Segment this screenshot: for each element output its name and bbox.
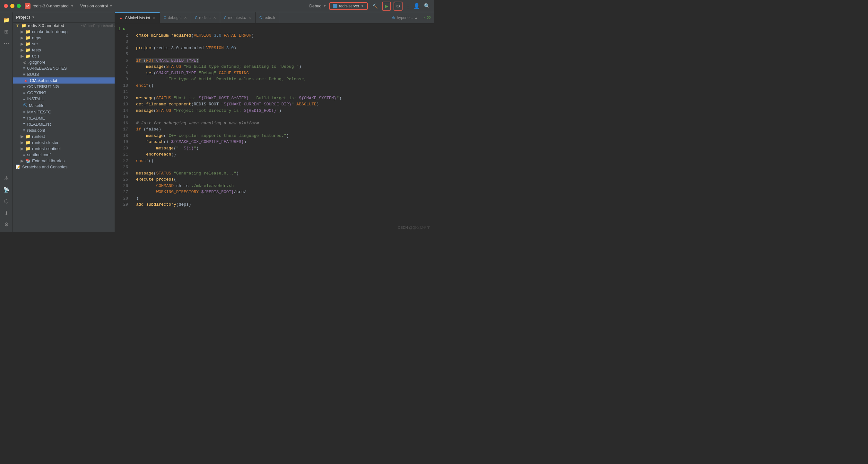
tree-item-cmakelists[interactable]: 🔺 CMakeLists.txt	[13, 78, 115, 84]
line-number-8: 8	[115, 70, 128, 77]
tree-item-redis-conf[interactable]: ≡ redis.conf	[13, 127, 115, 133]
project-selector[interactable]: R redis-3.0-annotated ▼	[25, 3, 74, 9]
icon-sidebar: 📁 ⊞ ⋯ ⚠ 📡 ⬡ ℹ ⚙	[0, 12, 13, 232]
tree-item-runtest-cluster[interactable]: ▶ 📁 runtest-cluster	[13, 140, 115, 146]
tree-item-external-libraries[interactable]: ▶ 📚 External Libraries	[13, 158, 115, 164]
tree-item-copying[interactable]: ≡ COPYING	[13, 90, 115, 96]
tree-item-scratches[interactable]: 📝 Scratches and Consoles	[13, 164, 115, 170]
folder-icon: 📁	[25, 146, 31, 151]
folder-label: External Libraries	[32, 158, 115, 163]
tab-close-icon[interactable]: ✕	[213, 16, 216, 20]
code-line-3: project(redis-3.0-annotated VERSION 3.0)	[136, 46, 236, 51]
line-number-12: 12	[115, 95, 128, 102]
code-line-25: COMMAND sh -c ./mkreleasehdr.sh	[136, 183, 234, 188]
line-number-10: 10	[115, 83, 128, 89]
run-play-button[interactable]: ▶	[382, 2, 391, 10]
tree-item-gitignore[interactable]: ⊘ .gitignore	[13, 59, 115, 65]
code-line-27: )	[136, 196, 139, 201]
sidebar-bottom-icons: ⚠ 📡 ⬡ ℹ ⚙	[1, 173, 11, 232]
maximize-button[interactable]	[17, 4, 21, 8]
tree-item-bugs[interactable]: ≡ BUGS	[13, 71, 115, 78]
tree-item-utils[interactable]: ▶ 📁 utils	[13, 53, 115, 59]
tree-item-src[interactable]: ▶ 📁 src	[13, 41, 115, 47]
sidebar-icon-info[interactable]: ℹ	[1, 208, 11, 218]
tree-item-runtest-sentinel[interactable]: ▶ 📁 runtest-sentinel	[13, 146, 115, 152]
sidebar-icon-broadcast[interactable]: 📡	[1, 184, 11, 195]
folder-icon: 📁	[25, 140, 31, 145]
code-line-7: set(CMAKE_BUILD_TYPE "Debug" CACHE STRIN…	[136, 71, 249, 76]
line-number-11: 11	[115, 89, 128, 95]
tab-debug-c[interactable]: C debug.c ✕	[160, 12, 191, 24]
file-label: COPYING	[27, 90, 115, 95]
tree-item-manifesto[interactable]: ≡ MANIFESTO	[13, 109, 115, 115]
check-badge: ✓ 22	[423, 16, 431, 20]
file-label: README.rst	[27, 122, 115, 126]
line-number-7: 7	[115, 64, 128, 70]
search-icon[interactable]: 🔍	[424, 3, 430, 9]
code-content[interactable]: cmake_minimum_required(VERSION 3.0 FATAL…	[131, 24, 434, 232]
sidebar-icon-project[interactable]: 📁	[1, 15, 11, 25]
code-editor: 1 ▶ 2 3 4 5 6 7 8 9 10 11 12 13 14 15 16…	[115, 24, 434, 232]
file-label: MANIFESTO	[27, 110, 115, 114]
textfile-icon: ≡	[23, 66, 26, 71]
folder-label: runtest-sentinel	[32, 146, 115, 151]
tab-cmakelists[interactable]: 🔺 CMakeLists.txt ✕	[115, 12, 160, 24]
file-label: redis.conf	[27, 128, 115, 133]
hyperlook-panel[interactable]: ⊕ hyperlo... ▲	[388, 16, 422, 20]
version-control-label: Version control	[80, 3, 108, 8]
tab-close-icon[interactable]: ✕	[153, 16, 156, 20]
project-tree-chevron-icon: ▼	[32, 16, 35, 19]
line-number-28: 28	[115, 195, 128, 202]
tab-close-icon[interactable]: ✕	[248, 16, 251, 20]
folder-icon: 📁	[25, 48, 31, 52]
tab-close-icon[interactable]: ✕	[184, 16, 187, 20]
tree-item-cmake-build-debug[interactable]: ▶ 📁 cmake-build-debug	[13, 29, 115, 35]
tab-redis-h[interactable]: C redis.h	[255, 12, 279, 24]
line-number-25: 25	[115, 176, 128, 183]
watermark: CSDN @怎么就走了	[398, 225, 430, 230]
debug-selector[interactable]: Debug ▼	[309, 3, 327, 8]
tree-item-install[interactable]: ≡ INSTALL	[13, 96, 115, 102]
tree-item-tests[interactable]: ▶ 📁 tests	[13, 47, 115, 53]
sidebar-icon-commit[interactable]: ⬡	[1, 196, 11, 206]
tree-root-item[interactable]: ▼ 📁 redis-3.0-annotated ~/CLionProjects/…	[13, 23, 115, 29]
tree-item-contributing[interactable]: ≡ CONTRIBUTING	[13, 84, 115, 90]
tab-memtest-c[interactable]: C memtest.c ✕	[220, 12, 255, 24]
tree-item-releasenotes[interactable]: ≡ 00-RELEASENOTES	[13, 65, 115, 71]
line-number-26: 26	[115, 183, 128, 189]
folder-icon: 📁	[25, 29, 31, 34]
tree-item-readme-rst[interactable]: ≡ README.rst	[13, 121, 115, 127]
file-label: 00-RELEASENOTES	[27, 66, 115, 71]
user-icon[interactable]: 👤	[413, 3, 420, 9]
file-tree: Project ▼ ▼ 📁 redis-3.0-annotated ~/CLio…	[13, 12, 115, 232]
line-number-18: 18	[115, 133, 128, 139]
tab-redis-c[interactable]: C redis.c ✕	[191, 12, 220, 24]
run-config-button[interactable]: redis-server ▼	[329, 2, 368, 10]
more-options-icon[interactable]: ⋮	[405, 3, 411, 10]
toolbar-hammer-icon[interactable]: 🔨	[370, 2, 379, 10]
tree-item-sentinel-conf[interactable]: ≡ sentinel.conf	[13, 152, 115, 158]
main-layout: 📁 ⊞ ⋯ ⚠ 📡 ⬡ ℹ ⚙ Project ▼ ▼ 📁 redis-3.0-…	[0, 12, 434, 232]
code-line-28: add_subdirectory(deps)	[136, 202, 191, 207]
config-file-icon: ≡	[23, 128, 26, 133]
sidebar-icon-more[interactable]: ⋯	[1, 38, 11, 48]
run-config-chevron-icon: ▼	[361, 4, 364, 8]
code-line-5: if (NOT CMAKE_BUILD_TYPE)	[136, 58, 199, 63]
tree-item-deps[interactable]: ▶ 📁 deps	[13, 35, 115, 41]
line-number-23: 23	[115, 164, 128, 170]
run-debug-button[interactable]: ⚙	[394, 2, 403, 10]
tree-item-runtest[interactable]: ▶ 📁 runtest	[13, 133, 115, 140]
tree-item-readme[interactable]: ≡ README	[13, 115, 115, 121]
sidebar-icon-warning[interactable]: ⚠	[1, 173, 11, 183]
code-line-23: message(STATUS "Generating release.h..."…	[136, 171, 239, 176]
file-tree-title[interactable]: Project ▼	[16, 15, 35, 20]
version-control-btn[interactable]: Version control ▼	[80, 3, 113, 8]
sidebar-icon-settings[interactable]: ⚙	[1, 219, 11, 229]
sidebar-icon-structure[interactable]: ⊞	[1, 26, 11, 37]
tree-item-makefile[interactable]: Ⓜ Makefile	[13, 102, 115, 109]
minimize-button[interactable]	[10, 4, 14, 8]
line-number-22: 22	[115, 158, 128, 164]
line-number-19: 19	[115, 139, 128, 145]
textfile-icon: ≡	[23, 122, 26, 126]
close-button[interactable]	[4, 4, 8, 8]
